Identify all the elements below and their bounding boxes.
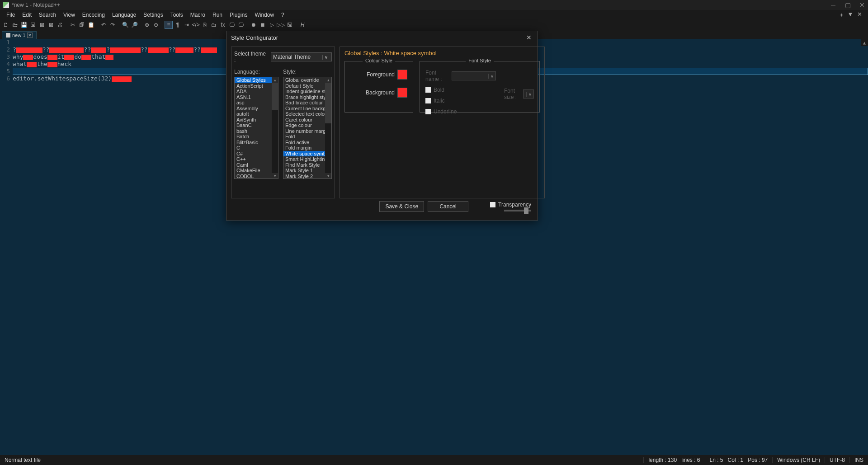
transparency-checkbox[interactable] bbox=[490, 202, 495, 207]
tb-wrap-icon[interactable]: ≡ bbox=[165, 21, 173, 29]
tb-undo-icon[interactable]: ↶ bbox=[99, 21, 108, 29]
style-item[interactable]: Indent guideline style bbox=[283, 89, 325, 94]
tb-zoomin-icon[interactable]: ⊕ bbox=[143, 21, 151, 29]
tab-close-icon[interactable]: ✕ bbox=[27, 33, 33, 38]
minimize-button[interactable]: ─ bbox=[830, 2, 836, 8]
style-item[interactable]: Smart HighLighting bbox=[283, 156, 325, 162]
dropdown-icon[interactable]: v bbox=[322, 55, 330, 60]
menu-plugins[interactable]: Plugins bbox=[226, 11, 251, 19]
dropdown-icon[interactable]: v bbox=[526, 92, 533, 97]
tb-play-icon[interactable]: ▷ bbox=[268, 21, 276, 29]
document-tab[interactable]: new 1 ✕ bbox=[2, 31, 37, 39]
tb-find-icon[interactable]: 🔍 bbox=[121, 21, 129, 29]
tb-cut-icon[interactable]: ✂ bbox=[69, 21, 77, 29]
italic-checkbox[interactable] bbox=[425, 98, 431, 103]
tb-copy-icon[interactable]: 🗊 bbox=[78, 21, 86, 29]
style-item[interactable]: White space symbol bbox=[283, 151, 325, 157]
language-item[interactable]: asp bbox=[235, 100, 272, 106]
language-item[interactable]: COBOL bbox=[235, 174, 272, 179]
language-item[interactable]: CMakeFile bbox=[235, 168, 272, 174]
font-name-select[interactable]: v bbox=[452, 71, 496, 80]
style-item[interactable]: Edge colour bbox=[283, 122, 325, 128]
transparency-slider[interactable] bbox=[504, 210, 531, 211]
language-item[interactable]: C# bbox=[235, 151, 272, 157]
tb-savemacro-icon[interactable]: 🖫 bbox=[286, 21, 294, 29]
style-item[interactable]: Fold active bbox=[283, 140, 325, 146]
background-swatch[interactable] bbox=[397, 88, 407, 98]
menu-window[interactable]: Window bbox=[251, 11, 278, 19]
tb-redo-icon[interactable]: ↷ bbox=[108, 21, 117, 29]
tb-funclist-icon[interactable]: ⎘ bbox=[201, 21, 209, 29]
tb-help-icon[interactable]: H bbox=[298, 21, 307, 29]
tb-replace-icon[interactable]: 🔎 bbox=[130, 21, 138, 29]
menu-settings[interactable]: Settings bbox=[140, 11, 166, 19]
language-item[interactable]: ADA bbox=[235, 89, 272, 94]
scroll-down-icon[interactable]: ▾ bbox=[272, 173, 278, 178]
scrollbar[interactable]: ▴ ▾ bbox=[272, 77, 278, 178]
scroll-down-icon[interactable]: ▾ bbox=[325, 173, 331, 178]
menu-help[interactable]: ? bbox=[278, 11, 288, 19]
language-item[interactable]: Assembly bbox=[235, 106, 272, 112]
tb-folder-icon[interactable]: 🗀 bbox=[210, 21, 218, 29]
scroll-up-icon[interactable]: ▴ bbox=[272, 77, 278, 83]
cancel-button[interactable]: Cancel bbox=[428, 201, 468, 212]
dialog-titlebar[interactable]: Style Configurator ✕ bbox=[226, 31, 538, 44]
style-item[interactable]: Current line background bbox=[283, 106, 325, 112]
style-item[interactable]: Selected text colour bbox=[283, 111, 325, 117]
tb-monitors-icon[interactable]: 🖵 bbox=[237, 21, 245, 29]
tb-open-icon[interactable]: 🗁 bbox=[11, 21, 19, 29]
triangledown-icon[interactable]: ▼ bbox=[847, 11, 854, 19]
language-item[interactable]: C bbox=[235, 145, 272, 151]
tb-record-icon[interactable]: ⏺ bbox=[250, 21, 258, 29]
theme-select[interactable]: Material Theme v bbox=[271, 52, 332, 61]
language-item[interactable]: bash bbox=[235, 128, 272, 134]
dialog-close-icon[interactable]: ✕ bbox=[525, 33, 533, 42]
tb-close-icon[interactable]: ⊠ bbox=[38, 21, 46, 29]
style-item[interactable]: Global override bbox=[283, 77, 325, 83]
style-item[interactable]: Mark Style 2 bbox=[283, 174, 325, 179]
save-close-button[interactable]: Save & Close bbox=[379, 201, 424, 212]
language-item[interactable]: ActionScript bbox=[235, 83, 272, 89]
style-item[interactable]: Bad brace colour bbox=[283, 100, 325, 106]
tb-paste-icon[interactable]: 📋 bbox=[87, 21, 95, 29]
tb-stop-icon[interactable]: ⏹ bbox=[259, 21, 267, 29]
language-item[interactable]: Batch bbox=[235, 134, 272, 140]
language-listbox[interactable]: Global StylesActionScriptADAASN.1aspAsse… bbox=[234, 77, 278, 179]
style-item[interactable]: Mark Style 1 bbox=[283, 168, 325, 174]
menu-edit[interactable]: Edit bbox=[19, 11, 35, 19]
slider-thumb[interactable] bbox=[524, 207, 528, 214]
scroll-up-icon[interactable]: ▴ bbox=[325, 77, 331, 83]
font-size-select[interactable]: v bbox=[523, 89, 534, 99]
tb-print-icon[interactable]: 🖨 bbox=[56, 21, 64, 29]
dropdown-icon[interactable]: v bbox=[488, 74, 495, 79]
foreground-swatch[interactable] bbox=[397, 70, 407, 80]
scrollbar[interactable]: ▴ ▾ bbox=[325, 77, 331, 178]
tb-fx-icon[interactable]: fx bbox=[219, 21, 227, 29]
tb-new-icon[interactable]: 🗋 bbox=[2, 21, 10, 29]
language-item[interactable]: ASN.1 bbox=[235, 94, 272, 100]
tb-indent-icon[interactable]: ⇥ bbox=[183, 21, 191, 29]
scroll-thumb[interactable] bbox=[325, 83, 331, 123]
style-item[interactable]: Fold margin bbox=[283, 145, 325, 151]
style-listbox[interactable]: Global overrideDefault StyleIndent guide… bbox=[283, 77, 332, 179]
maximize-button[interactable]: ▢ bbox=[844, 2, 851, 8]
style-item[interactable]: Fold bbox=[283, 134, 325, 140]
tb-save-icon[interactable]: 💾 bbox=[20, 21, 28, 29]
language-item[interactable]: BlitzBasic bbox=[235, 140, 272, 146]
underline-checkbox[interactable] bbox=[425, 109, 431, 114]
style-item[interactable]: Default Style bbox=[283, 83, 325, 89]
tb-closeall-icon[interactable]: ⊠ bbox=[47, 21, 55, 29]
tb-saveall-icon[interactable]: 🖫 bbox=[29, 21, 37, 29]
menu-language[interactable]: Language bbox=[108, 11, 140, 19]
bold-checkbox[interactable] bbox=[425, 87, 431, 93]
language-item[interactable]: AviSynth bbox=[235, 117, 272, 123]
tb-code-icon[interactable]: </> bbox=[192, 21, 200, 29]
language-item[interactable]: BaanC bbox=[235, 122, 272, 128]
style-item[interactable]: Caret colour bbox=[283, 117, 325, 123]
close-window-button[interactable]: ✕ bbox=[859, 2, 865, 8]
language-item[interactable]: Caml bbox=[235, 162, 272, 168]
menu-encoding[interactable]: Encoding bbox=[79, 11, 108, 19]
style-item[interactable]: Line number margin bbox=[283, 128, 325, 134]
scroll-thumb[interactable] bbox=[272, 83, 278, 110]
tb-playloop-icon[interactable]: ▷▷ bbox=[277, 21, 285, 29]
